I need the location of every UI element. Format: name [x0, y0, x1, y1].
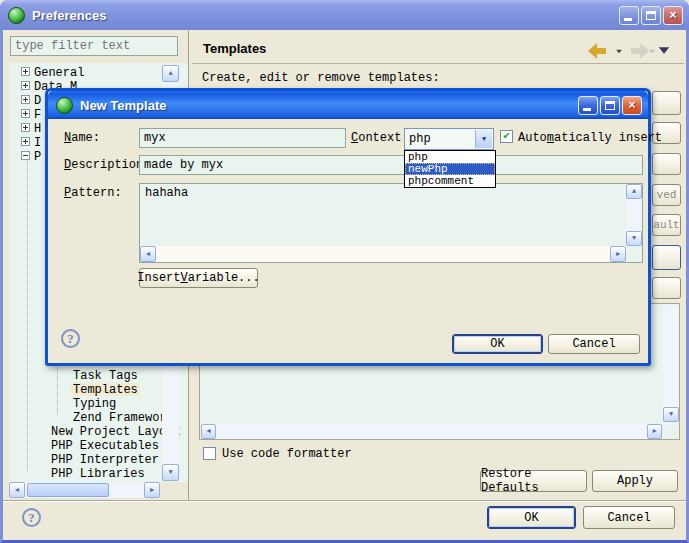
header-rule [192, 63, 684, 64]
tree-item[interactable]: D [34, 94, 41, 107]
tree-item-php-libraries[interactable]: PHP Libraries [51, 467, 145, 480]
scroll-up-button[interactable]: ▲ [626, 184, 642, 199]
auto-insert-label-pre: Auto [518, 131, 547, 145]
view-menu-icon[interactable] [659, 47, 669, 54]
chevron-left-icon: ◄ [206, 428, 210, 435]
dialog-ok-button[interactable]: OK [452, 334, 543, 354]
dialog-help-button[interactable]: ? [61, 329, 80, 348]
remove-button[interactable] [652, 153, 681, 175]
dialog-close-button[interactable]: × [622, 96, 642, 115]
tree-item-templates[interactable]: Templates [71, 383, 140, 396]
expand-plus-icon[interactable] [21, 123, 30, 132]
preferences-titlebar: Preferences × [0, 0, 689, 30]
pattern-text: hahaha [145, 186, 188, 200]
tree-item-general[interactable]: General [34, 66, 84, 79]
dropdown-option-phpcomment[interactable]: phpcomment [405, 175, 495, 187]
scroll-down-button[interactable]: ▼ [663, 407, 679, 422]
insert-variable-button[interactable]: Insert Variable... [139, 268, 258, 288]
forward-dropdown-icon[interactable] [649, 50, 655, 54]
close-button[interactable]: × [663, 6, 683, 25]
insert-variable-pre: Insert [137, 271, 180, 285]
minimize-icon [624, 18, 632, 21]
collapse-minus-icon[interactable] [21, 151, 30, 160]
preview-vscrollbar[interactable] [663, 305, 679, 423]
help-button[interactable]: ? [22, 508, 41, 527]
use-code-formatter-checkbox[interactable] [203, 447, 216, 460]
filter-input[interactable] [10, 36, 178, 56]
scroll-up-button[interactable]: ▲ [162, 65, 179, 82]
combo-arrow-button[interactable]: ▼ [475, 130, 492, 148]
back-icon [588, 43, 597, 59]
tree-item-task-tags[interactable]: Task Tags [73, 369, 138, 382]
preview-hscrollbar[interactable] [201, 424, 662, 439]
dialog-titlebar: New Template × [48, 91, 648, 119]
forward-icon [640, 43, 649, 59]
minimize-icon [583, 108, 591, 111]
app-icon [8, 7, 25, 24]
name-label: Name: [64, 131, 100, 145]
context-combobox[interactable]: php ▼ [404, 128, 494, 150]
insert-variable-post: ariable... [188, 271, 260, 285]
scroll-down-button[interactable]: ▼ [162, 464, 179, 481]
dropdown-option-newphp[interactable]: newPhp [405, 163, 495, 175]
revert-default-button[interactable]: ault [652, 214, 681, 236]
scroll-left-button[interactable]: ◄ [140, 246, 156, 262]
page-description: Create, edit or remove templates: [202, 71, 440, 85]
back-button[interactable] [588, 43, 612, 59]
dialog-maximize-button[interactable] [600, 96, 620, 115]
preferences-window: Preferences × General Data M D F H I P T… [0, 0, 689, 543]
tree-item[interactable]: I [34, 136, 41, 149]
dialog-cancel-button[interactable]: Cancel [548, 334, 640, 354]
close-icon: × [628, 98, 635, 112]
export-button[interactable] [652, 277, 681, 299]
dialog-app-icon [56, 97, 73, 114]
tree-item-php-executables[interactable]: PHP Executables [51, 439, 159, 452]
new-button[interactable] [652, 91, 681, 115]
chevron-down-icon: ▼ [632, 235, 636, 242]
scroll-right-button[interactable]: ► [647, 424, 662, 439]
pattern-textarea[interactable]: hahaha ▲ ▼ ◄ ► [139, 183, 643, 263]
description-input[interactable] [139, 155, 643, 175]
tree-item[interactable]: H [34, 122, 41, 135]
restore-removed-button[interactable]: ved [652, 184, 681, 206]
chevron-up-icon: ▲ [168, 70, 172, 77]
auto-insert-checkbox[interactable]: ✔ [500, 130, 513, 143]
import-button[interactable] [652, 245, 681, 270]
tree-item-zend-framework[interactable]: Zend Framework [73, 411, 174, 424]
scroll-left-button[interactable]: ◄ [9, 482, 25, 498]
ok-button[interactable]: OK [487, 506, 576, 529]
dialog-minimize-button[interactable] [578, 96, 598, 115]
tree-item-php-interpreter[interactable]: PHP Interpreter [51, 453, 159, 466]
tree-guide [27, 159, 28, 471]
cancel-button[interactable]: Cancel [583, 506, 675, 529]
tree-item[interactable]: F [34, 108, 41, 121]
scroll-right-button[interactable]: ► [610, 246, 626, 262]
description-label: Description: [64, 158, 150, 172]
pattern-hscrollbar[interactable] [140, 246, 626, 262]
scroll-down-button[interactable]: ▼ [626, 231, 642, 246]
scroll-right-button[interactable]: ► [144, 482, 160, 498]
context-dropdown-list: php newPhp phpcomment [404, 150, 496, 188]
expand-plus-icon[interactable] [21, 109, 30, 118]
tree-item-typing[interactable]: Typing [73, 397, 116, 410]
help-icon: ? [28, 510, 35, 526]
minimize-button[interactable] [619, 6, 639, 25]
expand-plus-icon[interactable] [21, 67, 30, 76]
chevron-up-icon: ▲ [632, 188, 636, 195]
name-input[interactable] [139, 128, 346, 148]
dropdown-option-php[interactable]: php [405, 151, 495, 163]
expand-plus-icon[interactable] [21, 95, 30, 104]
pattern-label: Pattern: [64, 186, 122, 200]
tree-item-php[interactable]: P [34, 150, 41, 163]
maximize-button[interactable] [641, 6, 661, 25]
restore-defaults-button[interactable]: Restore Defaults [480, 470, 587, 492]
back-dropdown-icon[interactable] [616, 50, 622, 54]
scroll-left-button[interactable]: ◄ [201, 424, 216, 439]
expand-plus-icon[interactable] [21, 137, 30, 146]
auto-insert-label-mnemonic: m [547, 131, 554, 145]
expand-plus-icon[interactable] [21, 81, 30, 90]
scrollbar-thumb[interactable] [27, 483, 109, 497]
apply-button[interactable]: Apply [592, 470, 678, 492]
forward-button[interactable] [625, 43, 649, 59]
maximize-icon [605, 101, 615, 110]
